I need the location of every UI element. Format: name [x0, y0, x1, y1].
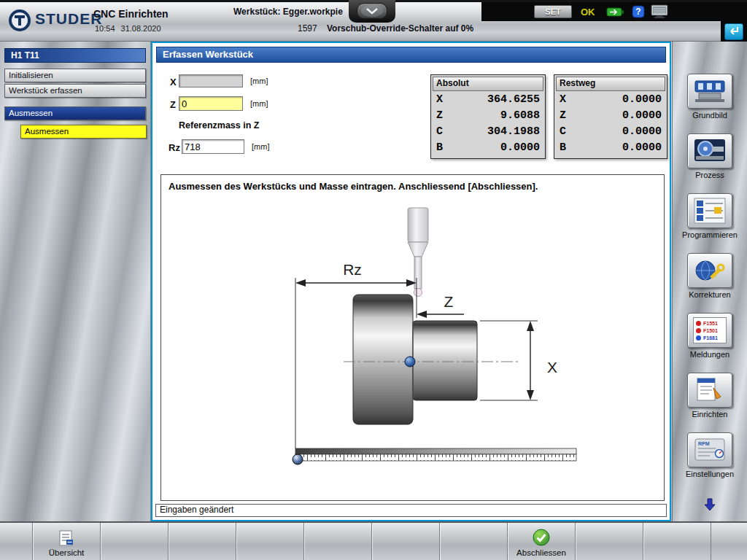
alarm-code: F1501 — [703, 328, 718, 333]
clock-time: 10:54 — [95, 24, 115, 33]
axis-value: 0.0000 — [622, 140, 662, 156]
menu-button-grundbild[interactable] — [687, 74, 732, 109]
menu-group-meldungen: F1551 F1501 F1681 Meldungen — [673, 313, 747, 373]
overview-document-icon — [58, 529, 75, 547]
absolut-row-b: B 0.0000 — [431, 140, 545, 156]
studer-logo — [7, 8, 32, 36]
axis-name: Z — [436, 108, 443, 124]
power-status-icon — [605, 4, 626, 19]
body: H1 T11 Initialisieren Werkstück erfassen… — [0, 42, 747, 521]
menu-scroll-down-button[interactable] — [704, 498, 716, 514]
x-unit: [mm] — [250, 77, 268, 85]
finish-check-icon — [532, 528, 551, 547]
softkey-uebersicht[interactable]: Übersicht — [33, 523, 101, 560]
rz-input[interactable] — [182, 139, 244, 154]
help-icon: ? — [632, 5, 645, 18]
alarm-dot — [696, 328, 701, 333]
softkey-empty — [643, 523, 711, 560]
workpiece-dropdown-button[interactable] — [357, 3, 387, 19]
softkey-empty — [169, 523, 236, 560]
menu-group-grundbild: Grundbild — [673, 74, 747, 133]
softkey-empty — [101, 523, 169, 560]
restweg-row-c: C 0.0000 — [554, 124, 667, 140]
return-arrow-icon — [726, 24, 742, 39]
menu-group-einstellungen: RPM Einstellungen — [673, 432, 747, 492]
brand-text: STUDER — [35, 10, 102, 28]
menu-label-grundbild: Grundbild — [692, 111, 727, 120]
menu-group-einrichten: Einrichten — [673, 373, 747, 432]
menu-label-prozess: Prozess — [695, 171, 724, 179]
absolut-panel-title: Absolut — [433, 77, 543, 91]
header: STUDER CNC Einrichten 10:5431.08.2020 We… — [0, 0, 747, 42]
menu-label-einrichten: Einrichten — [692, 410, 728, 419]
menu-button-prozess[interactable] — [687, 133, 732, 168]
programmieren-icon — [693, 197, 727, 225]
softkey-empty — [236, 523, 304, 560]
sidebar-subitem-ausmessen[interactable]: Ausmessen — [20, 125, 147, 139]
grundbild-icon — [693, 77, 727, 105]
menu-label-einstellungen: Einstellungen — [686, 470, 734, 478]
absolut-row-z: Z 9.6088 — [431, 108, 545, 124]
page-title: Erfassen Werkstück — [156, 47, 666, 63]
softkey-label: Übersicht — [49, 548, 85, 557]
x-input[interactable] — [179, 74, 243, 88]
instruction-box: Rz Z X — [160, 174, 665, 501]
z-field-label: Z — [170, 99, 176, 110]
channel-tool-header: H1 T11 — [4, 48, 146, 63]
return-button[interactable] — [724, 23, 743, 40]
left-sidebar: H1 T11 Initialisieren Werkstück erfassen… — [0, 42, 151, 521]
menu-button-einrichten[interactable] — [687, 373, 732, 408]
axis-value: 9.6088 — [500, 108, 540, 124]
x-dimension — [480, 321, 538, 400]
menu-button-meldungen[interactable]: F1551 F1501 F1681 — [687, 313, 732, 348]
restweg-panel-title: Restweg — [556, 77, 665, 91]
workpiece-diagram: Rz Z X — [161, 175, 664, 500]
einstellungen-icon: RPM — [693, 436, 727, 464]
axis-value: 364.6255 — [487, 92, 540, 108]
message-number: 1597 — [298, 23, 317, 34]
menu-button-einstellungen[interactable]: RPM — [687, 432, 732, 467]
absolut-row-x: X 364.6255 — [431, 92, 545, 108]
alarm-dot — [696, 321, 701, 326]
workpiece-dropdown-pill — [349, 0, 395, 23]
softkey-empty — [372, 523, 440, 560]
menu-group-korrekturen: Korrekturen — [673, 253, 747, 313]
center-point — [405, 357, 415, 367]
menu-button-korrekturen[interactable] — [687, 253, 732, 288]
header-corner — [721, 21, 747, 42]
sidebar-item-werkstueck-erfassen[interactable]: Werkstück erfassen — [4, 84, 146, 98]
softkey-abschliessen[interactable]: Abschliessen — [508, 523, 576, 560]
svg-text:RPM: RPM — [698, 441, 710, 446]
alarm-code: F1681 — [703, 335, 718, 341]
axis-value: 0.0000 — [622, 108, 662, 124]
menu-group-programmieren: Programmieren — [673, 193, 747, 253]
prozess-icon — [693, 137, 727, 165]
screen: STUDER CNC Einrichten 10:5431.08.2020 We… — [0, 0, 747, 560]
softkey-empty — [576, 523, 643, 560]
sidebar-item-ausmessen[interactable]: Ausmessen — [4, 106, 146, 120]
softkey-spacer — [711, 523, 747, 560]
rz-unit: [mm] — [252, 142, 269, 151]
sidebar-item-initialisieren[interactable]: Initialisieren — [4, 69, 146, 82]
ok-status: OK — [581, 7, 595, 18]
menu-group-prozess: Prozess — [673, 133, 747, 193]
axis-name: Z — [560, 108, 566, 124]
set-button[interactable]: SET — [534, 5, 572, 18]
rz-dimension-label: Rz — [343, 261, 362, 278]
svg-text:?: ? — [635, 7, 640, 17]
menu-label-korrekturen: Korrekturen — [689, 290, 730, 299]
menu-button-programmieren[interactable] — [687, 193, 732, 228]
softkey-empty — [304, 523, 372, 560]
einrichten-icon — [693, 376, 727, 404]
absolut-row-c: C 304.1988 — [431, 124, 545, 140]
z-input[interactable] — [179, 96, 243, 111]
alarm-dot — [696, 335, 701, 341]
z-dimension-label: Z — [444, 293, 454, 310]
x-field-label: X — [170, 77, 177, 88]
softkey-bar: Übersicht Abschliessen — [0, 521, 747, 560]
datetime: 10:5431.08.2020 — [95, 24, 167, 33]
clock-date: 31.08.2020 — [121, 24, 161, 33]
axis-name: C — [560, 124, 566, 140]
x-dimension-label: X — [547, 359, 557, 376]
status-bar: Eingaben geändert — [155, 504, 667, 517]
